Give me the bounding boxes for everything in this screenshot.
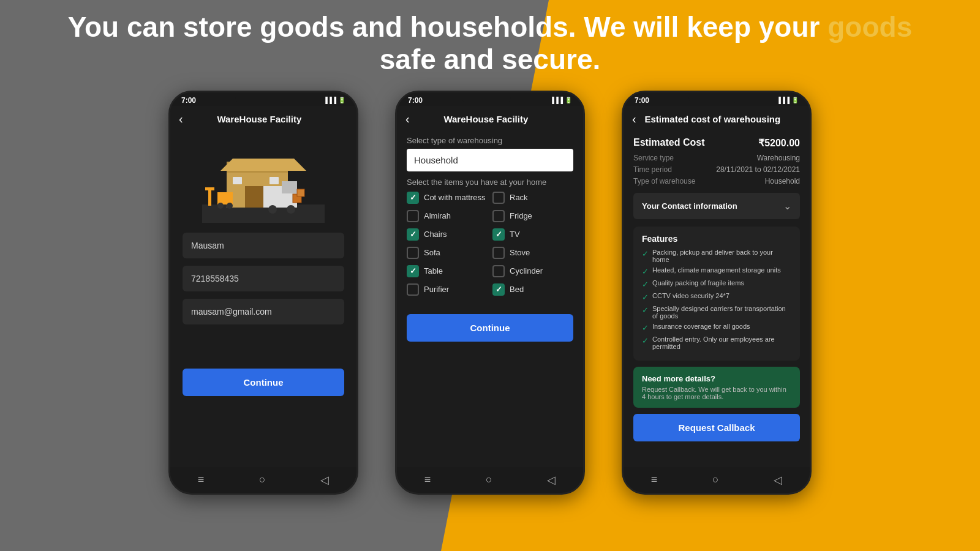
item-bed: Bed xyxy=(510,285,524,294)
phone2-header: ‹ WareHouse Facility xyxy=(397,106,583,131)
battery-icon: 🔋 xyxy=(338,97,345,103)
phone2-notch xyxy=(462,97,511,103)
phone2-body: Select type of warehousing Household Sel… xyxy=(397,131,583,467)
home-icon3: ≡ xyxy=(651,473,658,486)
phone2-continue-button[interactable]: Continue xyxy=(407,314,573,342)
list-item: Cyclinder xyxy=(492,265,573,277)
item-fridge: Fridge xyxy=(510,211,532,220)
list-item: Stove xyxy=(492,247,573,259)
check-icon: ✓ xyxy=(642,267,649,276)
phone1-screen: ‹ WareHouse Facility xyxy=(170,106,356,467)
time-period-label: Time period xyxy=(633,165,672,174)
checkbox-table[interactable] xyxy=(407,265,419,277)
estimated-cost-row: Estimated Cost ₹5200.00 xyxy=(633,137,800,149)
phone2-icons: ▐▐▐ 🔋 xyxy=(550,97,572,103)
type-warehouse-value: Household xyxy=(765,177,800,186)
svg-rect-4 xyxy=(245,186,263,208)
checkbox-cot[interactable] xyxy=(407,192,419,204)
list-item: Chairs xyxy=(407,228,488,241)
contact-info-label: Your Contact information xyxy=(642,201,737,211)
phone1-time: 7:00 xyxy=(181,96,196,105)
feature-text-2: Heated, climate management storage units xyxy=(652,266,781,274)
list-item: Table xyxy=(407,265,488,277)
phone-1: 7:00 ▐▐▐ 🔋 ‹ WareHouse Facility xyxy=(168,91,358,495)
feature-item: ✓ Controlled entry. Only our employees a… xyxy=(642,335,791,350)
svg-point-15 xyxy=(227,203,233,209)
checkbox-tv[interactable] xyxy=(492,228,505,241)
check-icon: ✓ xyxy=(642,249,649,258)
request-callback-button[interactable]: Request Callback xyxy=(633,414,800,441)
phone1-status-bar: 7:00 ▐▐▐ 🔋 xyxy=(170,92,356,106)
item-chairs: Chairs xyxy=(424,230,447,239)
checkbox-stove[interactable] xyxy=(492,247,505,259)
item-stove: Stove xyxy=(510,248,530,257)
name-input[interactable] xyxy=(183,233,344,258)
svg-rect-6 xyxy=(270,177,279,184)
home-icon: ≡ xyxy=(198,473,205,486)
list-item: TV xyxy=(492,228,573,241)
feature-text-4: CCTV video security 24*7 xyxy=(652,292,729,299)
list-item: Fridge xyxy=(492,210,573,222)
back-icon2: ◁ xyxy=(547,473,556,487)
item-purifier: Purifier xyxy=(424,285,449,294)
signal-icon: ▐▐▐ xyxy=(323,97,336,103)
svg-rect-17 xyxy=(297,189,304,197)
feature-text-5: Specially designed carriers for transpor… xyxy=(652,305,791,320)
headline-highlight: goods xyxy=(827,11,912,43)
checkbox-cyclinder[interactable] xyxy=(492,265,505,277)
more-details-title: Need more details? xyxy=(642,374,791,383)
checkbox-sofa[interactable] xyxy=(407,247,419,259)
type-value[interactable]: Household xyxy=(407,149,573,171)
phone1-back-arrow[interactable]: ‹ xyxy=(179,112,183,126)
phone3-back-arrow[interactable]: ‹ xyxy=(632,112,636,126)
phone3-title: Estimated cost of warehousing xyxy=(641,114,784,124)
svg-point-14 xyxy=(217,203,224,209)
phone1-title: WareHouse Facility xyxy=(188,114,331,124)
phone1-continue-button[interactable]: Continue xyxy=(183,369,344,396)
features-title: Features xyxy=(642,234,791,244)
email-input[interactable] xyxy=(183,299,344,324)
feature-item: ✓ Heated, climate management storage uni… xyxy=(642,266,791,276)
item-tv: TV xyxy=(510,230,520,239)
list-item: Cot with mattress xyxy=(407,192,488,204)
checkbox-fridge[interactable] xyxy=(492,210,505,222)
type-of-warehouse-row: Type of warehouse Household xyxy=(633,177,800,186)
phone2-title: WareHouse Facility xyxy=(415,114,557,124)
headline-text2: safe and secure. xyxy=(380,43,601,75)
phone3-bottom-bar: ≡ ○ ◁ xyxy=(624,467,810,492)
phone1-notch xyxy=(235,97,284,103)
more-details-text: Request Callback. We will get back to yo… xyxy=(642,386,791,400)
feature-item: ✓ Packing, pickup and deliver back to yo… xyxy=(642,249,791,263)
items-grid: Cot with mattress Rack Almirah xyxy=(407,192,573,296)
contact-info-bar[interactable]: Your Contact information ⌄ xyxy=(633,193,800,219)
checkbox-almirah[interactable] xyxy=(407,210,419,222)
item-cyclinder: Cyclinder xyxy=(510,266,543,276)
phone-input[interactable] xyxy=(183,266,344,291)
phone2-back-arrow[interactable]: ‹ xyxy=(405,112,410,126)
phone3-screen: ‹ Estimated cost of warehousing Estimate… xyxy=(624,106,810,467)
svg-rect-8 xyxy=(282,181,297,193)
service-type-value: Warehousing xyxy=(757,154,800,162)
battery-icon3: 🔋 xyxy=(791,97,799,103)
item-table: Table xyxy=(424,266,443,276)
feature-text-3: Quality packing of fragile items xyxy=(652,279,744,287)
checkbox-rack[interactable] xyxy=(492,192,505,204)
checkbox-purifier[interactable] xyxy=(407,283,419,296)
phone1-body: Continue xyxy=(170,131,356,467)
phone2-screen: ‹ WareHouse Facility Select type of ware… xyxy=(397,106,583,467)
circle-icon: ○ xyxy=(259,473,266,486)
items-label: Select the items you have at your home xyxy=(407,178,573,187)
estimated-cost-label: Estimated Cost xyxy=(633,137,704,148)
phone-2: 7:00 ▐▐▐ 🔋 ‹ WareHouse Facility Select t… xyxy=(395,91,585,495)
checkbox-bed[interactable] xyxy=(492,283,505,296)
checkbox-chairs[interactable] xyxy=(407,228,419,241)
check-icon: ✓ xyxy=(642,293,649,302)
type-warehouse-label: Type of warehouse xyxy=(633,177,695,186)
headline-text1: You can store goods and households. We w… xyxy=(68,11,828,43)
phones-row: 7:00 ▐▐▐ 🔋 ‹ WareHouse Facility xyxy=(0,91,980,495)
feature-text-1: Packing, pickup and deliver back to your… xyxy=(652,249,791,263)
feature-text-7: Controlled entry. Only our employees are… xyxy=(652,335,791,350)
phone3-notch xyxy=(688,97,737,103)
warehouse-illustration xyxy=(202,137,325,223)
svg-point-10 xyxy=(287,205,295,214)
